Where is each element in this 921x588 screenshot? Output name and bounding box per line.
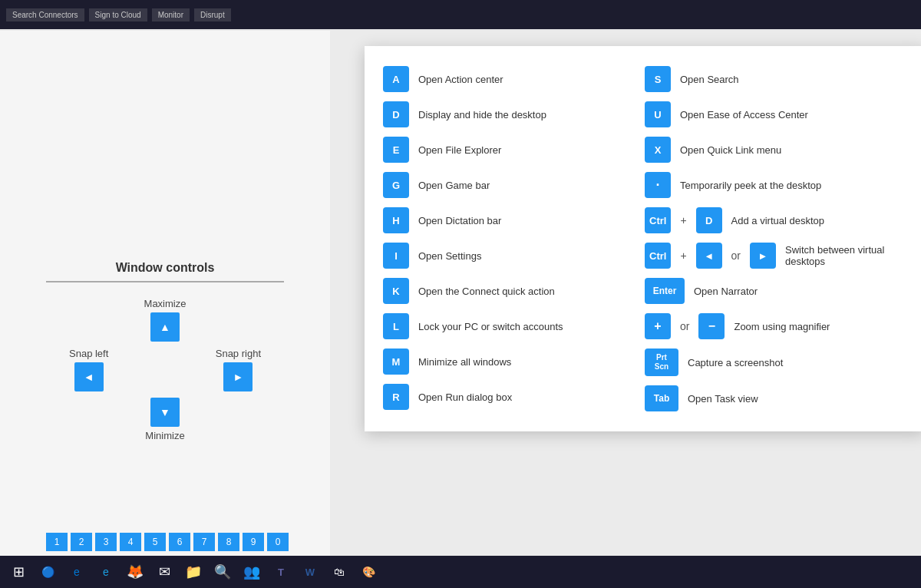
shortcut-row-s: S Open Search [645, 61, 906, 97]
minimize-row: ▼ Minimize [46, 398, 284, 441]
desc-i: Open Settings [418, 250, 481, 262]
window-controls-title: Window controls [46, 261, 284, 275]
tb-people-icon[interactable]: 👥 [238, 558, 266, 586]
shortcut-row-e: E Open File Explorer [383, 132, 645, 167]
snap-right-arrow[interactable]: ► [223, 362, 253, 391]
key-ctrl-2: Ctrl [645, 243, 671, 269]
or-2: or [680, 320, 689, 332]
page-7[interactable]: 7 [193, 533, 215, 551]
key-g: G [383, 172, 409, 198]
shortcut-row-enter: Enter Open Narrator [645, 273, 906, 309]
taskbar-bottom: ⊞ 🔵 e e 🦊 ✉ 📁 🔍 👥 T W 🛍 🎨 [0, 556, 921, 588]
snap-row: Snap left ◄ Snap right ► [46, 348, 284, 391]
shortcut-row-l: L Lock your PC or switch accounts [383, 309, 645, 344]
desc-dot: Temporarily peek at the desktop [680, 180, 821, 191]
shortcut-row-h: H Open Dictation bar [383, 203, 645, 238]
key-m: M [383, 349, 409, 375]
tb-teams-icon[interactable]: T [267, 558, 295, 586]
tb-word-icon[interactable]: W [296, 558, 324, 586]
page-0[interactable]: 0 [267, 533, 289, 551]
key-enter: Enter [645, 278, 685, 304]
page-6[interactable]: 6 [169, 533, 190, 551]
desc-ctrl-arrows: Switch between virtual desktops [785, 244, 906, 267]
key-k: K [383, 278, 409, 304]
minimize-label: Minimize [145, 430, 184, 441]
shortcut-row-x: X Open Quick Link menu [645, 132, 906, 167]
shortcut-row-ctrl-arrows: Ctrl + ◄ or ► Switch between virtual des… [645, 238, 906, 273]
key-s: S [645, 66, 671, 92]
shortcut-row-ctrl-d: Ctrl + D Add a virtual desktop [645, 203, 906, 238]
tb-firefox-icon[interactable]: 🦊 [121, 558, 149, 586]
desc-tab: Open Task view [688, 393, 758, 405]
desc-magnifier: Zoom using magnifier [734, 321, 830, 332]
wc-divider [46, 281, 284, 282]
desc-a: Open Action center [418, 74, 503, 85]
page-8[interactable]: 8 [218, 533, 239, 551]
page-2[interactable]: 2 [71, 533, 92, 551]
key-x: X [645, 137, 671, 163]
desc-m: Minimize all windows [418, 356, 511, 368]
disrupt-btn[interactable]: Disrupt [194, 8, 231, 21]
desc-e: Open File Explorer [418, 144, 501, 156]
desc-r: Open Run dialog box [418, 391, 512, 403]
tb-windows-icon[interactable]: ⊞ [5, 558, 32, 586]
tb-edge-icon[interactable]: e [63, 558, 91, 586]
plus-2: + [680, 249, 686, 262]
snap-right-label: Snap right [216, 348, 261, 359]
shortcut-row-tab: Tab Open Task view [645, 381, 906, 416]
shortcut-row-u: U Open Ease of Access Center [645, 97, 906, 132]
page-9[interactable]: 9 [243, 533, 264, 551]
key-arrow-left: ◄ [696, 243, 722, 269]
or-1: or [731, 249, 741, 262]
shortcut-row-magnifier: + or − Zoom using magnifier [645, 309, 906, 344]
plus-1: + [680, 214, 686, 226]
desc-h: Open Dictation bar [418, 215, 501, 226]
minimize-down-arrow[interactable]: ▼ [150, 398, 180, 427]
key-d2: D [696, 207, 722, 233]
monitor-btn[interactable]: Monitor [152, 8, 190, 21]
key-l: L [383, 313, 409, 339]
maximize-up-arrow[interactable]: ▲ [150, 312, 180, 342]
tb-store-icon[interactable]: 🛍 [325, 558, 353, 586]
shortcut-row-dot: · Temporarily peek at the desktop [645, 167, 906, 203]
desc-prtscn: Capture a screenshot [688, 357, 783, 368]
shortcut-row-m: M Minimize all windows [383, 344, 645, 379]
tb-mail-icon[interactable]: ✉ [150, 558, 178, 586]
shortcuts-right-col: S Open Search U Open Ease of Access Cent… [645, 61, 906, 416]
desc-l: Lock your PC or switch accounts [418, 321, 563, 332]
key-a: A [383, 66, 409, 92]
key-prtscn: PrtScn [645, 349, 678, 376]
page-4[interactable]: 4 [120, 533, 141, 551]
tb-ie-icon[interactable]: e [92, 558, 120, 586]
maximize-label: Maximize [144, 298, 187, 309]
page-1[interactable]: 1 [46, 533, 68, 551]
search-connectors-btn[interactable]: Search Connectors [6, 8, 84, 21]
pagination: 1 2 3 4 5 6 7 8 9 0 [46, 533, 289, 551]
shortcut-row-a: A Open Action center [383, 61, 645, 97]
tb-search-icon[interactable]: 🔍 [209, 558, 236, 586]
page-3[interactable]: 3 [95, 533, 117, 551]
key-arrow-right: ► [750, 243, 776, 269]
shortcut-grid: A Open Action center D Display and hide … [383, 61, 906, 416]
window-controls-section: Window controls Maximize ▲ Snap left ◄ S… [46, 261, 284, 441]
key-tab: Tab [645, 385, 678, 411]
snap-left-label: Snap left [69, 348, 108, 359]
shortcut-row-i: I Open Settings [383, 238, 645, 273]
tb-cortana-icon[interactable]: 🔵 [34, 558, 61, 586]
desc-x: Open Quick Link menu [680, 144, 781, 156]
desc-g: Open Game bar [418, 180, 490, 191]
tb-paint-icon[interactable]: 🎨 [355, 558, 382, 586]
shortcuts-left-col: A Open Action center D Display and hide … [383, 61, 645, 416]
key-e: E [383, 137, 409, 163]
snap-left-arrow[interactable]: ◄ [74, 362, 104, 391]
shortcut-row-k: K Open the Connect quick action [383, 273, 645, 309]
page-5[interactable]: 5 [144, 533, 166, 551]
maximize-row: Maximize ▲ [46, 298, 284, 342]
sign-cloud-btn[interactable]: Sign to Cloud [89, 8, 147, 21]
shortcut-row-r: R Open Run dialog box [383, 379, 645, 415]
top-bar: Search Connectors Sign to Cloud Monitor … [0, 0, 921, 29]
shortcut-panel: A Open Action center D Display and hide … [365, 46, 921, 431]
key-dot: · [645, 172, 671, 198]
tb-folder-icon[interactable]: 📁 [180, 558, 207, 586]
desc-enter: Open Narrator [694, 286, 758, 297]
